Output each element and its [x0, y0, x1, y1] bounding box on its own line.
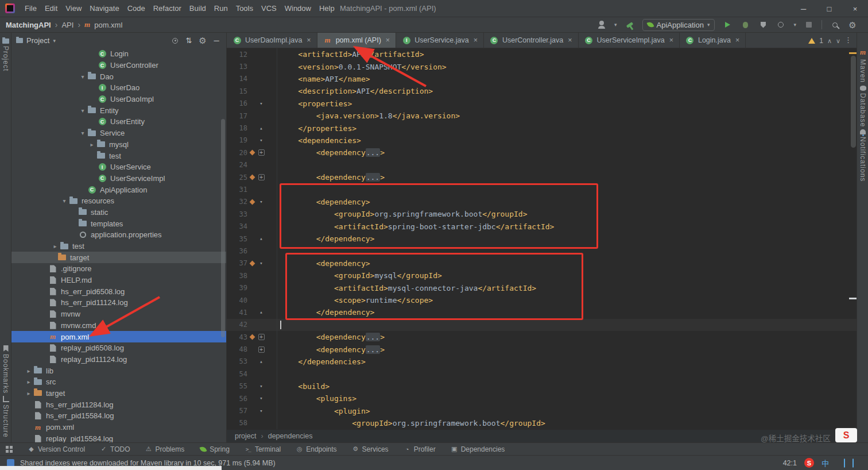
menu-view[interactable]: View	[61, 4, 86, 13]
tree-item-replay-pid6508-log[interactable]: replay_pid6508.log	[11, 342, 226, 354]
run-history-icon[interactable]	[776, 20, 786, 30]
code-line-18[interactable]: 18▴ </properties>	[227, 122, 857, 134]
fold-expanded-icon[interactable]: ▾	[257, 138, 266, 143]
tree-item-usercontroller[interactable]: CUserController	[11, 60, 226, 71]
tree-item-userentity[interactable]: CUserEntity	[11, 116, 226, 128]
breadcrumb-module[interactable]: API	[61, 21, 73, 29]
minimize-button[interactable]: ─	[790, 0, 816, 17]
toolwindow-problems[interactable]: ⚠Problems	[145, 445, 185, 453]
tree-item-target[interactable]: target	[11, 252, 226, 263]
tree-item-src[interactable]: ▸src	[11, 376, 226, 388]
code-line-36[interactable]: 36	[227, 245, 857, 257]
collaborate-icon[interactable]	[596, 20, 607, 30]
chevron-right-icon[interactable]: ▸	[24, 390, 33, 396]
menu-code[interactable]: Code	[123, 4, 149, 13]
fold-expanded-icon[interactable]: ▾	[257, 261, 266, 266]
tree-item-service[interactable]: ▾Service	[11, 128, 226, 139]
chevron-down-icon[interactable]: ▾	[60, 198, 69, 204]
code-line-43[interactable]: 43+ <dependency...>	[227, 331, 857, 343]
tab-close-icon[interactable]: ×	[386, 36, 390, 44]
tree-item-target[interactable]: ▸target	[11, 388, 226, 399]
menu-file[interactable]: File	[21, 4, 41, 13]
tab-close-icon[interactable]: ×	[474, 36, 478, 44]
menu-vcs[interactable]: VCS	[257, 4, 281, 13]
tree-scrollbar[interactable]	[221, 119, 225, 337]
editor-tab-pom-xml-api[interactable]: mpom.xml (API)×	[317, 33, 397, 48]
tree-item-userservice[interactable]: IUserService	[11, 161, 226, 173]
tree-item-test[interactable]: ▸test	[11, 241, 226, 252]
editor-tab-usercontroller-java[interactable]: CUserController.java×	[484, 33, 579, 48]
code-line-16[interactable]: 16▾ <properties>	[227, 98, 857, 110]
toolwindow-button-notifications[interactable]: Notifications	[857, 129, 868, 182]
prev-warning-icon[interactable]: ∧	[827, 37, 832, 45]
toolwindow-endpoints[interactable]: ◎Endpoints	[296, 445, 336, 453]
fold-expanded-icon[interactable]: ▾	[257, 409, 266, 414]
chevron-down-icon[interactable]: ▾	[78, 130, 87, 136]
tree-item-hs-err-pid6508-log[interactable]: hs_err_pid6508.log	[11, 286, 226, 297]
tree-item-help-md[interactable]: HELP.md	[11, 275, 226, 286]
editor-tab-userdaoimpl-java[interactable]: CUserDaoImpl.java×	[227, 33, 317, 48]
toolwindow-services[interactable]: ⚙Services	[352, 445, 389, 453]
dependency-gutter-icon[interactable]	[249, 260, 255, 266]
tree-item-mvnw[interactable]: mvnw	[11, 309, 226, 320]
sogou-input-icon[interactable]: S	[804, 458, 814, 468]
close-button[interactable]: ×	[842, 0, 868, 17]
code-line-38[interactable]: 38 <groupId>mysql</groupId>	[227, 269, 857, 282]
chevron-right-icon[interactable]: ▸	[51, 243, 60, 249]
chevron-down-icon[interactable]: ▾	[614, 22, 617, 28]
tree-item-templates[interactable]: templates	[11, 218, 226, 229]
fold-end-icon[interactable]: ▴	[257, 310, 266, 315]
settings-gear-icon[interactable]: ⚙	[847, 20, 858, 30]
code-line-15[interactable]: 15 <description>API</description>	[227, 85, 857, 97]
code-line-32[interactable]: 32▾ <dependency>	[227, 196, 857, 208]
tree-item-userdaoimpl[interactable]: CUserDaoImpl	[11, 94, 226, 105]
tree-item-userserviceimpl[interactable]: CUserServiceImpl	[11, 173, 226, 184]
editor-tab-login-java[interactable]: CLogin.java×	[680, 33, 746, 48]
fold-expanded-icon[interactable]: ▾	[257, 384, 266, 389]
fold-end-icon[interactable]: ▴	[257, 236, 266, 241]
tree-item-pom-xml[interactable]: mpom.xml	[11, 331, 226, 342]
code-line-34[interactable]: 34 <artifactId>spring-boot-starter-jdbc<…	[227, 220, 857, 232]
stop-button[interactable]	[804, 20, 814, 30]
code-line-14[interactable]: 14 <name>API</name>	[227, 73, 857, 85]
debug-button[interactable]	[740, 20, 750, 30]
toolwindow-todo[interactable]: ✓TODO	[100, 445, 130, 453]
tab-options-kebab-icon[interactable]: ⋮	[844, 36, 852, 44]
code-line-48[interactable]: 48+ <dependency...>	[227, 343, 857, 355]
fold-collapsed-icon[interactable]: +	[258, 149, 265, 156]
code-line-31[interactable]: 31	[227, 183, 857, 195]
toolwindow-profiler[interactable]: ◔Profiler	[404, 445, 436, 453]
code-line-17[interactable]: 17 <java.version>1.8</java.version>	[227, 110, 857, 122]
code-line-41[interactable]: 41▴ </dependency>	[227, 306, 857, 318]
tree-item-application-properties[interactable]: application.properties	[11, 229, 226, 241]
code-line-33[interactable]: 33 <groupId>org.springframework.boot</gr…	[227, 208, 857, 220]
run-configuration-select[interactable]: ApiApplication ▾	[642, 19, 715, 31]
menu-build[interactable]: Build	[185, 4, 210, 13]
fold-end-icon[interactable]: ▴	[257, 126, 266, 131]
run-button[interactable]	[722, 20, 733, 30]
chevron-down-icon[interactable]: ▾	[78, 74, 87, 80]
code-line-24[interactable]: 24	[227, 159, 857, 171]
tree-item-hs-err-pid15584-log[interactable]: hs_err_pid15584.log	[11, 410, 226, 422]
code-line-39[interactable]: 39 <artifactId>mysql-connector-java</art…	[227, 282, 857, 294]
tree-item-resources[interactable]: ▾resources	[11, 195, 226, 207]
breadcrumb-file[interactable]: pom.xml	[94, 21, 122, 29]
tree-item-login[interactable]: CLogin	[11, 48, 226, 60]
code-editor[interactable]: 12 <artifactId>API</artifactId>13 <versi…	[227, 48, 857, 430]
chevron-down-icon[interactable]: ▾	[78, 107, 87, 114]
chevron-down-icon[interactable]: ▾	[793, 22, 796, 28]
caret-position[interactable]: 42:1	[783, 459, 797, 467]
code-line-56[interactable]: 56▾ <plugins>	[227, 392, 857, 404]
tree-item-gitignore[interactable]: .gitignore	[11, 263, 226, 275]
tab-close-icon[interactable]: ×	[735, 36, 739, 44]
dependency-gutter-icon[interactable]	[249, 199, 255, 205]
editor-tab-userserviceimpl-java[interactable]: CUserServiceImpl.java×	[579, 33, 680, 48]
fold-expanded-icon[interactable]: ▾	[257, 396, 266, 401]
tab-close-icon[interactable]: ×	[568, 36, 572, 44]
tree-item-dao[interactable]: ▾Dao	[11, 71, 226, 82]
code-line-42[interactable]: 42	[227, 319, 857, 331]
tree-item-apiapplication[interactable]: CApiApplication	[11, 184, 226, 195]
tree-item-mysql[interactable]: ▸mysql	[11, 139, 226, 151]
fold-expanded-icon[interactable]: ▾	[257, 199, 266, 205]
tree-item-test[interactable]: test	[11, 150, 226, 161]
